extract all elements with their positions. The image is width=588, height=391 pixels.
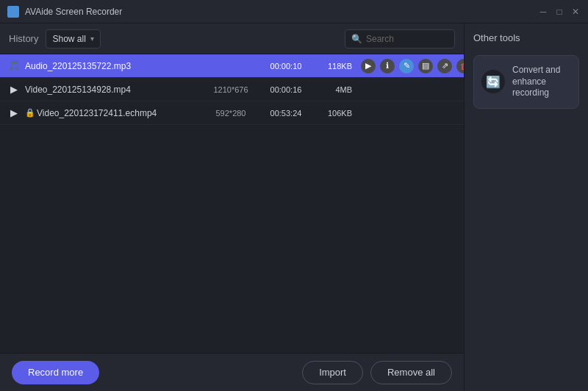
table-row[interactable]: ▶ Video_220125134928.mp4 1210*676 00:00:… bbox=[0, 78, 464, 101]
table-row[interactable]: 🎵 Audio_220125135722.mp3 00:00:10 118KB … bbox=[0, 54, 464, 78]
delete-button[interactable]: 🗑 bbox=[456, 59, 464, 73]
file-resolution: 592*280 bbox=[201, 109, 260, 118]
maximize-button[interactable]: □ bbox=[554, 7, 564, 17]
chevron-down-icon: ▾ bbox=[90, 35, 94, 43]
lock-icon: 🔒 bbox=[25, 108, 35, 118]
left-panel: History Show all ▾ 🔍 🎵 Audio_22012513572… bbox=[0, 24, 465, 391]
titlebar: AVAide Screen Recorder ─ □ ✕ bbox=[0, 0, 588, 24]
info-button[interactable]: ℹ bbox=[380, 59, 395, 73]
file-name: Video_220123172411.echmp4 bbox=[37, 108, 201, 118]
file-size: 118KB bbox=[312, 62, 352, 71]
file-name: Audio_220125135722.mp3 bbox=[25, 61, 201, 71]
import-button[interactable]: Import bbox=[302, 361, 363, 384]
search-input[interactable] bbox=[366, 34, 448, 44]
play-button[interactable]: ▶ bbox=[361, 59, 376, 73]
minimize-button[interactable]: ─ bbox=[538, 7, 548, 17]
app-title: AVAide Screen Recorder bbox=[25, 7, 538, 17]
close-button[interactable]: ✕ bbox=[570, 7, 581, 17]
bottom-bar: Record more Import Remove all bbox=[0, 353, 464, 391]
edit-button[interactable]: ✎ bbox=[399, 59, 414, 73]
search-box: 🔍 bbox=[345, 29, 455, 49]
other-tools-title: Other tools bbox=[473, 32, 579, 43]
convert-enhance-label: Convert and enhance recording bbox=[512, 65, 571, 99]
video-type-icon: ▶ bbox=[7, 107, 21, 120]
history-dropdown[interactable]: Show all ▾ bbox=[46, 29, 100, 49]
record-more-button[interactable]: Record more bbox=[12, 361, 99, 384]
video-type-icon: ▶ bbox=[7, 83, 21, 96]
main-layout: History Show all ▾ 🔍 🎵 Audio_22012513572… bbox=[0, 24, 588, 391]
file-size: 4MB bbox=[312, 85, 352, 94]
remove-all-button[interactable]: Remove all bbox=[370, 361, 452, 384]
convert-enhance-tool[interactable]: 🔄 Convert and enhance recording bbox=[473, 55, 579, 109]
convert-icon: 🔄 bbox=[481, 70, 505, 93]
right-panel: Other tools 🔄 Convert and enhance record… bbox=[465, 24, 588, 391]
folder-button[interactable]: ▤ bbox=[418, 59, 433, 73]
share-button[interactable]: ⇗ bbox=[437, 59, 452, 73]
file-duration: 00:53:24 bbox=[260, 109, 312, 118]
toolbar: History Show all ▾ 🔍 bbox=[0, 24, 464, 54]
audio-type-icon: 🎵 bbox=[7, 60, 21, 73]
file-list: 🎵 Audio_220125135722.mp3 00:00:10 118KB … bbox=[0, 54, 464, 353]
window-controls: ─ □ ✕ bbox=[538, 7, 581, 17]
table-row[interactable]: ▶ 🔒 Video_220123172411.echmp4 592*280 00… bbox=[0, 101, 464, 125]
file-actions: ▶ ℹ ✎ ▤ ⇗ 🗑 bbox=[361, 59, 456, 73]
file-duration: 00:00:10 bbox=[260, 62, 312, 71]
history-label: History bbox=[9, 33, 38, 44]
app-icon bbox=[7, 6, 19, 18]
file-duration: 00:00:16 bbox=[260, 85, 312, 94]
file-size: 106KB bbox=[312, 109, 352, 118]
file-name: Video_220125134928.mp4 bbox=[25, 85, 201, 95]
history-dropdown-value: Show all bbox=[52, 34, 85, 44]
file-resolution: 1210*676 bbox=[201, 85, 260, 94]
search-icon: 🔍 bbox=[351, 34, 362, 44]
